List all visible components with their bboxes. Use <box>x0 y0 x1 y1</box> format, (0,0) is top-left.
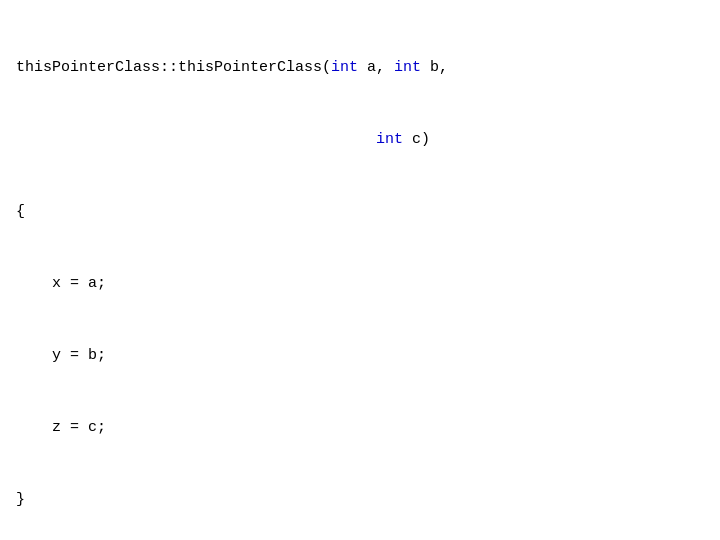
code-text: { <box>16 203 25 220</box>
code-line-6: z = c; <box>16 416 704 440</box>
code-line-2: int c) <box>16 128 704 152</box>
code-text: thisPointerClass::thisPointerClass( <box>16 59 331 76</box>
code-text: x = a; <box>16 275 106 292</box>
keyword-int-3: int <box>376 131 403 148</box>
code-text: y = b; <box>16 347 106 364</box>
code-line-4: x = a; <box>16 272 704 296</box>
code-line-5: y = b; <box>16 344 704 368</box>
keyword-int-2: int <box>394 59 421 76</box>
code-line-3: { <box>16 200 704 224</box>
code-block: thisPointerClass::thisPointerClass(int a… <box>0 0 720 540</box>
code-text: a, <box>358 59 394 76</box>
code-text: z = c; <box>16 419 106 436</box>
code-text: c) <box>403 131 430 148</box>
code-text: b, <box>421 59 448 76</box>
keyword-int-1: int <box>331 59 358 76</box>
code-line-7: } <box>16 488 704 512</box>
code-text: } <box>16 491 25 508</box>
code-line-1: thisPointerClass::thisPointerClass(int a… <box>16 56 704 80</box>
code-indent <box>16 131 376 148</box>
